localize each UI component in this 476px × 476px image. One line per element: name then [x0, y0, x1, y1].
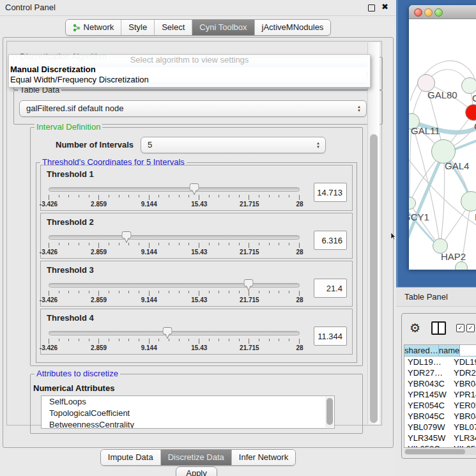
slider-handle[interactable] — [190, 183, 199, 197]
slider-track[interactable] — [49, 283, 300, 288]
dropdown-option[interactable]: Equal Width/Frequency Discretization — [9, 75, 370, 85]
list-scrollbar[interactable] — [325, 397, 334, 427]
float-window-icon[interactable] — [368, 4, 375, 12]
cell-shared-name[interactable]: YBR043C — [404, 378, 452, 389]
cell-name[interactable]: YER054C — [452, 400, 476, 411]
bottom-tab[interactable]: Impute Data — [101, 450, 160, 465]
zoom-traffic-light-icon[interactable] — [434, 8, 443, 17]
threshold-panel: Threshold 1 -3.4262.8599.14415.4321.7152… — [40, 165, 353, 211]
cell-name[interactable]: YBR043C — [452, 378, 476, 389]
threshold-value-field[interactable]: 21.4 — [314, 279, 347, 298]
cell-shared-name[interactable]: YDL19… — [404, 357, 452, 367]
dropdown-hint: Select algorithm to view settings — [9, 55, 370, 65]
cell-shared-name[interactable]: YLR345W — [404, 433, 452, 443]
table-row[interactable]: YBR043C YBR043C — [404, 378, 476, 389]
slider-track[interactable] — [49, 331, 300, 335]
top-tab[interactable]: Network — [66, 20, 121, 35]
top-tab[interactable]: Cyni Toolbox — [192, 20, 254, 35]
node-label: GAL80 — [427, 89, 457, 100]
list-item[interactable]: BetweennessCentrality — [42, 419, 334, 429]
bottom-tab[interactable]: Infer Network — [231, 450, 295, 465]
minimize-traffic-light-icon[interactable] — [424, 8, 433, 17]
top-tab[interactable]: Select — [154, 20, 192, 35]
threshold-value-field[interactable]: 11.344 — [314, 326, 347, 346]
network-icon — [73, 24, 81, 32]
top-tab[interactable]: Style — [121, 20, 154, 35]
threshold-label: Threshold 2 — [47, 217, 94, 227]
network-node[interactable] — [461, 191, 476, 211]
threshold-value-field[interactable]: 14.713 — [314, 183, 347, 202]
cell-shared-name[interactable]: YER054C — [404, 400, 452, 411]
slider-ticks — [49, 195, 300, 200]
cell-name[interactable]: YDR27 — [452, 367, 476, 378]
attributes-group: Attributes to discretize Numerical Attri… — [30, 374, 363, 434]
panel-scrollbar[interactable] — [367, 42, 380, 424]
close-traffic-light-icon[interactable] — [414, 8, 422, 17]
numerical-attributes-list[interactable]: SelfLoops TopologicalCoefficient Between… — [41, 395, 335, 429]
bottom-tab[interactable]: Discretize Data — [160, 450, 231, 465]
network-canvas[interactable]: GAL80 GA C GAL11 GAL4 GCY1 H HAP2 — [409, 19, 476, 270]
cell-name[interactable]: YBL079W — [452, 422, 476, 433]
cell-name[interactable]: YPR145W — [452, 389, 476, 400]
table-row[interactable]: YIL053C YIL053C — [404, 443, 476, 448]
table-row[interactable]: YDL19… YDL19 — [404, 357, 476, 367]
node-label: GA — [472, 93, 476, 104]
gear-icon[interactable]: ⚙ — [410, 321, 420, 335]
node-attribute-table: shared… name YDL19… YDL19 YDR27… — [404, 344, 476, 448]
select-all-checkbox-icon[interactable]: ✓ — [456, 324, 464, 332]
table-row[interactable]: YDR27… YDR27 — [404, 367, 476, 378]
apply-button[interactable]: Apply — [176, 466, 217, 476]
threshold-label: Threshold 1 — [47, 169, 94, 179]
cell-name[interactable]: YBR045C — [452, 411, 476, 422]
number-of-intervals-label: Number of Intervals — [56, 140, 134, 150]
table-row[interactable]: YBL079W YBL079W — [404, 422, 476, 433]
number-of-intervals-combobox[interactable]: 5 ▲▼ — [141, 137, 326, 153]
top-tab[interactable]: jActiveMNodules — [254, 20, 331, 35]
discretize-settings-scrollarea: Discretization Algorithm ▲▼ Table Data g… — [6, 41, 382, 426]
cell-name[interactable]: YDL19 — [452, 357, 476, 367]
slider-tick-labels: -3.4262.8599.14415.4321.71528 — [49, 344, 300, 352]
slider-track[interactable] — [49, 187, 300, 192]
threshold-slider[interactable]: -3.4262.8599.14415.4321.71528 — [47, 182, 302, 209]
table-horizontal-scrollbar[interactable] — [404, 449, 476, 455]
list-item[interactable]: SelfLoops — [42, 396, 334, 408]
threshold-slider[interactable]: -3.4262.8599.14415.4321.71528 — [47, 230, 302, 257]
interval-definition-group: Interval Definition Number of Intervals … — [30, 127, 363, 366]
bottom-tab-label: Impute Data — [108, 450, 153, 465]
node-table-container: ⚙ ✓ ✓ shared… name YDL19… — [401, 313, 476, 459]
network-node[interactable] — [461, 77, 476, 94]
cell-shared-name[interactable]: YIL053C — [404, 443, 452, 448]
slider-handle[interactable] — [162, 327, 172, 341]
cell-shared-name[interactable]: YBR045C — [404, 411, 452, 422]
bottom-tab-bar: Impute Data Discretize Data Infer Networ… — [0, 449, 396, 466]
cell-shared-name[interactable]: YDR27… — [404, 367, 452, 378]
columns-icon[interactable] — [431, 321, 446, 335]
network-view-window: GAL80 GA C GAL11 GAL4 GCY1 H HAP2 — [409, 5, 476, 270]
cell-shared-name[interactable]: YPR145W — [404, 389, 452, 400]
cell-shared-name[interactable]: YBL079W — [404, 422, 452, 433]
slider-handle[interactable] — [121, 231, 131, 245]
cell-name[interactable]: YLR345W — [452, 433, 476, 443]
dropdown-option[interactable]: Manual Discretization — [9, 65, 370, 75]
threshold-slider[interactable]: -3.4262.8599.14415.4321.71528 — [47, 326, 302, 353]
slider-handle[interactable] — [244, 279, 254, 293]
threshold-value-field[interactable]: 6.316 — [314, 231, 347, 250]
table-row[interactable]: YER054C YER054C — [404, 400, 476, 411]
slider-track[interactable] — [49, 235, 300, 240]
table-data-combobox[interactable]: galFiltered.sif default node ▲▼ — [19, 100, 367, 117]
network-window-titlebar[interactable] — [409, 5, 476, 19]
cell-name[interactable]: YIL053C — [452, 443, 476, 448]
close-icon[interactable]: ✖ — [381, 2, 388, 12]
column-header[interactable]: shared… — [404, 345, 439, 356]
slider-ticks — [49, 291, 300, 296]
threshold-slider[interactable]: -3.4262.8599.14415.4321.71528 — [47, 278, 302, 305]
network-node[interactable] — [455, 261, 468, 270]
table-panel-titlebar: Table Panel — [396, 287, 476, 307]
numerical-attributes-label: Numerical Attributes — [33, 383, 114, 393]
list-item[interactable]: TopologicalCoefficient — [42, 408, 334, 419]
table-row[interactable]: YBR045C YBR045C — [404, 411, 476, 422]
table-row[interactable]: YPR145W YPR145W — [404, 389, 476, 400]
table-row[interactable]: YLR345W YLR345W — [404, 433, 476, 443]
column-header[interactable]: name — [439, 345, 461, 356]
select-none-checkbox-icon[interactable]: ✓ — [466, 324, 475, 332]
